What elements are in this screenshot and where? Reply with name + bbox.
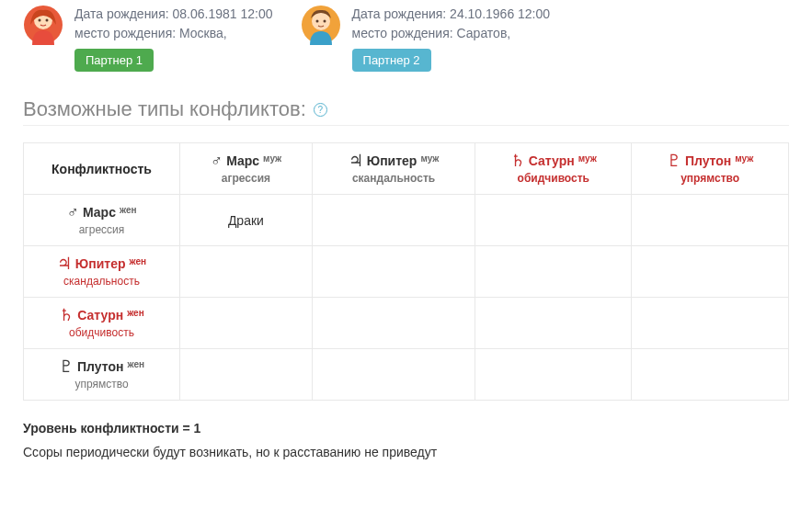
partner-1-badge: Партнер 1	[74, 49, 154, 72]
cell-1-2	[475, 246, 632, 298]
birth-value: 08.06.1981 12:00	[173, 6, 273, 21]
place-label: место рождения:	[352, 26, 453, 40]
avatar-female-icon	[23, 5, 63, 45]
planet-glyph-icon: ♃	[349, 153, 363, 169]
cell-2-1	[312, 298, 475, 349]
svg-point-6	[315, 20, 318, 23]
help-icon[interactable]: ?	[314, 103, 327, 117]
planet-glyph-icon: ♇	[667, 153, 681, 169]
col-header-2: ♄ Сатурн мужобидчивость	[475, 143, 632, 195]
trait-label: скандальность	[63, 275, 140, 288]
planet-glyph-icon: ♂	[66, 204, 79, 221]
col-header-3: ♇ Плутон мужупрямство	[632, 143, 789, 195]
row-header-1: ♃ Юпитер женскандальность	[24, 246, 180, 298]
trait-label: упрямство	[74, 378, 128, 391]
gender-label: жен	[127, 359, 144, 369]
cell-2-0	[180, 298, 313, 349]
cell-2-3	[632, 298, 789, 349]
cell-1-3	[632, 246, 789, 298]
footer: Уровень конфликтности = 1 Ссоры периодич…	[23, 421, 789, 459]
cell-1-0	[180, 246, 313, 298]
cell-3-0	[180, 349, 313, 401]
cell-3-1	[312, 349, 475, 401]
gender-label: муж	[420, 153, 439, 164]
cell-0-0: Драки	[180, 195, 313, 246]
cell-0-2	[475, 195, 632, 246]
gender-label: жен	[130, 256, 147, 266]
section-title-text: Возможные типы конфликтов:	[23, 97, 306, 121]
row-header-3: ♇ Плутон женупрямство	[24, 349, 180, 401]
trait-label: обидчивость	[69, 326, 134, 339]
place-value: Саратов,	[457, 26, 511, 40]
trait-label: агрессия	[222, 172, 270, 185]
place-value: Москва,	[179, 26, 227, 40]
avatar-male-icon	[301, 5, 341, 45]
planet-glyph-icon: ♂	[211, 153, 223, 169]
planet-name: Марс	[83, 205, 116, 220]
trait-label: агрессия	[79, 223, 125, 236]
table-corner: Конфликтность	[24, 143, 180, 195]
table-body: ♂ Марс женагрессияДраки♃ Юпитер женсканд…	[24, 195, 789, 401]
conflict-note: Ссоры периодически будут возникать, но к…	[23, 445, 789, 459]
table-row: ♃ Юпитер женскандальность	[24, 246, 789, 298]
table-row: ♇ Плутон женупрямство	[24, 349, 789, 401]
cell-1-1	[312, 246, 475, 298]
conflict-level: Уровень конфликтности = 1	[23, 421, 789, 436]
svg-point-7	[323, 20, 326, 23]
conflict-table: Конфликтность ♂ Марс мужагрессия♃ Юпитер…	[23, 142, 789, 401]
gender-label: жен	[120, 205, 137, 215]
partner-2-info: Дата рождения: 24.10.1966 12:00 место ро…	[352, 5, 551, 72]
col-header-1: ♃ Юпитер мужскандальность	[312, 143, 475, 195]
partner-2: Дата рождения: 24.10.1966 12:00 место ро…	[301, 5, 551, 72]
birth-label: Дата рождения:	[74, 6, 169, 21]
cell-2-2	[475, 298, 632, 349]
table-row: ♄ Сатурн женобидчивость	[24, 298, 789, 349]
gender-label: муж	[735, 153, 753, 164]
svg-point-2	[39, 19, 41, 22]
row-header-2: ♄ Сатурн женобидчивость	[24, 298, 180, 349]
planet-name: Юпитер	[75, 256, 126, 271]
partner-1-info: Дата рождения: 08.06.1981 12:00 место ро…	[74, 5, 273, 72]
divider	[23, 125, 789, 126]
planet-glyph-icon: ♄	[510, 153, 525, 169]
birth-value: 24.10.1966 12:00	[450, 6, 550, 21]
table-header-row: Конфликтность ♂ Марс мужагрессия♃ Юпитер…	[24, 143, 789, 195]
col-header-0: ♂ Марс мужагрессия	[180, 143, 313, 195]
planet-glyph-icon: ♃	[57, 255, 72, 272]
cell-3-2	[475, 349, 632, 401]
table-row: ♂ Марс женагрессияДраки	[24, 195, 789, 246]
svg-point-3	[46, 19, 49, 22]
planet-name: Сатурн	[77, 308, 123, 323]
planet-name: Марс	[226, 153, 259, 168]
gender-label: муж	[263, 153, 281, 164]
partner-2-badge: Партнер 2	[352, 49, 431, 72]
place-label: место рождения:	[74, 26, 176, 40]
gender-label: муж	[578, 153, 597, 164]
birth-label: Дата рождения:	[352, 6, 447, 21]
trait-label: обидчивость	[518, 172, 589, 185]
partners-row: Дата рождения: 08.06.1981 12:00 место ро…	[23, 5, 789, 72]
cell-0-3	[632, 195, 789, 246]
planet-name: Плутон	[77, 359, 123, 374]
trait-label: скандальность	[352, 172, 435, 185]
cell-3-3	[632, 349, 789, 401]
row-header-0: ♂ Марс женагрессия	[24, 195, 180, 246]
trait-label: упрямство	[680, 172, 739, 185]
planet-glyph-icon: ♇	[59, 358, 74, 375]
partner-1: Дата рождения: 08.06.1981 12:00 место ро…	[23, 5, 273, 72]
planet-name: Плутон	[685, 153, 731, 168]
cell-0-1	[312, 195, 475, 246]
planet-name: Юпитер	[367, 153, 417, 168]
planet-glyph-icon: ♄	[59, 307, 74, 323]
gender-label: жен	[127, 308, 144, 318]
planet-name: Сатурн	[529, 153, 575, 168]
section-title: Возможные типы конфликтов: ?	[23, 97, 789, 121]
